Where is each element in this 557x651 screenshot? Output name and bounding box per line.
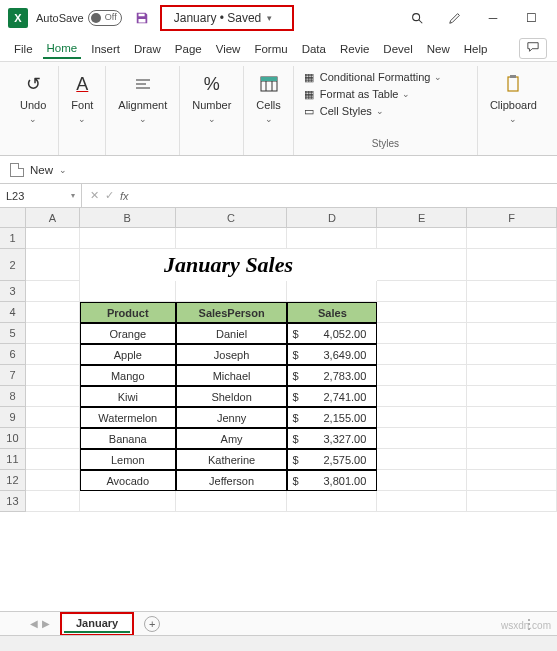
row-header[interactable]: 8 (0, 386, 26, 407)
sales-cell[interactable]: $2,741.00 (287, 386, 377, 407)
add-sheet-button[interactable]: + (144, 616, 160, 632)
font-button[interactable]: A Font ⌄ (67, 70, 97, 126)
product-cell[interactable]: Mango (80, 365, 176, 386)
document-title[interactable]: January • Saved ▾ (160, 5, 295, 31)
ribbon-group-cells: Cells ⌄ (244, 66, 293, 155)
tab-help[interactable]: Help (460, 40, 492, 58)
cancel-icon[interactable]: ✕ (90, 189, 99, 202)
name-box[interactable]: L23 ▾ (0, 184, 82, 207)
search-icon[interactable] (407, 8, 427, 28)
maximize-button[interactable]: ☐ (521, 8, 541, 28)
product-cell[interactable]: Watermelon (80, 407, 176, 428)
save-icon[interactable] (134, 10, 150, 26)
row-header[interactable]: 9 (0, 407, 26, 428)
col-header[interactable]: D (287, 208, 377, 228)
col-header[interactable]: F (467, 208, 557, 228)
sheet-tab-january[interactable]: January (60, 612, 134, 636)
toggle-switch-icon[interactable]: Off (88, 10, 122, 26)
tab-home[interactable]: Home (43, 39, 82, 59)
comments-button[interactable] (519, 38, 547, 59)
tab-data[interactable]: Data (298, 40, 330, 58)
enter-icon[interactable]: ✓ (105, 189, 114, 202)
tab-file[interactable]: File (10, 40, 37, 58)
chevron-down-icon: ⌄ (265, 114, 273, 124)
formula-bar: L23 ▾ ✕ ✓ fx (0, 184, 557, 208)
conditional-formatting-button[interactable]: ▦ Conditional Formatting ⌄ (302, 70, 443, 84)
col-header[interactable]: E (377, 208, 467, 228)
product-cell[interactable]: Apple (80, 344, 176, 365)
tab-new[interactable]: New (423, 40, 454, 58)
sales-cell[interactable]: $3,649.00 (287, 344, 377, 365)
row-header[interactable]: 5 (0, 323, 26, 344)
format-as-table-button[interactable]: ▦ Format as Table ⌄ (302, 87, 411, 101)
table-icon: ▦ (302, 70, 316, 84)
title-cell[interactable]: January Sales (80, 249, 377, 281)
ribbon-group-undo: ↺ Undo ⌄ (8, 66, 59, 155)
row-header[interactable]: 2 (0, 249, 26, 281)
pen-icon[interactable] (445, 8, 465, 28)
row-header[interactable]: 4 (0, 302, 26, 323)
sales-cell[interactable]: $3,327.00 (287, 428, 377, 449)
col-header[interactable]: C (176, 208, 288, 228)
alignment-button[interactable]: Alignment ⌄ (114, 70, 171, 126)
row-header[interactable]: 13 (0, 491, 26, 512)
person-cell[interactable]: Daniel (176, 323, 288, 344)
tab-review[interactable]: Revie (336, 40, 373, 58)
prev-sheet-icon[interactable]: ◀ (30, 618, 38, 629)
product-cell[interactable]: Orange (80, 323, 176, 344)
fx-icon[interactable]: fx (120, 190, 129, 202)
clipboard-button[interactable]: Clipboard ⌄ (486, 70, 541, 126)
table-header[interactable]: SalesPerson (176, 302, 288, 323)
select-all-corner[interactable] (0, 208, 26, 228)
person-cell[interactable]: Katherine (176, 449, 288, 470)
minimize-button[interactable]: ─ (483, 8, 503, 28)
col-header[interactable]: B (80, 208, 176, 228)
col-header[interactable]: A (26, 208, 80, 228)
tab-draw[interactable]: Draw (130, 40, 165, 58)
person-cell[interactable]: Jefferson (176, 470, 288, 491)
tab-page[interactable]: Page (171, 40, 206, 58)
chevron-down-icon[interactable]: ⌄ (59, 165, 67, 175)
product-cell[interactable]: Lemon (80, 449, 176, 470)
number-button[interactable]: % Number ⌄ (188, 70, 235, 126)
new-label[interactable]: New (30, 164, 53, 176)
tab-developer[interactable]: Devel (379, 40, 416, 58)
product-cell[interactable]: Avocado (80, 470, 176, 491)
undo-button[interactable]: ↺ Undo ⌄ (16, 70, 50, 126)
row-header[interactable]: 3 (0, 281, 26, 302)
row-header[interactable]: 6 (0, 344, 26, 365)
sales-cell[interactable]: $2,575.00 (287, 449, 377, 470)
spreadsheet-grid[interactable]: A B C D E F 1 2January Sales 3 4ProductS… (0, 208, 557, 512)
row-header[interactable]: 11 (0, 449, 26, 470)
product-cell[interactable]: Banana (80, 428, 176, 449)
tab-formulas[interactable]: Formu (250, 40, 291, 58)
table-icon: ▦ (302, 87, 316, 101)
row-header[interactable]: 12 (0, 470, 26, 491)
next-sheet-icon[interactable]: ▶ (42, 618, 50, 629)
person-cell[interactable]: Michael (176, 365, 288, 386)
person-cell[interactable]: Joseph (176, 344, 288, 365)
sales-cell[interactable]: $3,801.00 (287, 470, 377, 491)
ribbon-group-alignment: Alignment ⌄ (106, 66, 180, 155)
sales-cell[interactable]: $2,783.00 (287, 365, 377, 386)
person-cell[interactable]: Jenny (176, 407, 288, 428)
table-header[interactable]: Product (80, 302, 176, 323)
cells-button[interactable]: Cells ⌄ (252, 70, 284, 126)
person-cell[interactable]: Amy (176, 428, 288, 449)
row-header[interactable]: 1 (0, 228, 26, 249)
row-header[interactable]: 7 (0, 365, 26, 386)
row-header[interactable]: 10 (0, 428, 26, 449)
table-header[interactable]: Sales (287, 302, 377, 323)
new-doc-icon[interactable] (10, 163, 24, 177)
sales-cell[interactable]: $4,052.00 (287, 323, 377, 344)
svg-line-1 (419, 20, 423, 24)
autosave-toggle[interactable]: AutoSave Off (36, 10, 126, 26)
alignment-icon (134, 72, 152, 96)
status-bar (0, 635, 557, 651)
tab-view[interactable]: View (212, 40, 245, 58)
sales-cell[interactable]: $2,155.00 (287, 407, 377, 428)
product-cell[interactable]: Kiwi (80, 386, 176, 407)
cell-styles-button[interactable]: ▭ Cell Styles ⌄ (302, 104, 384, 118)
tab-insert[interactable]: Insert (87, 40, 124, 58)
person-cell[interactable]: Sheldon (176, 386, 288, 407)
